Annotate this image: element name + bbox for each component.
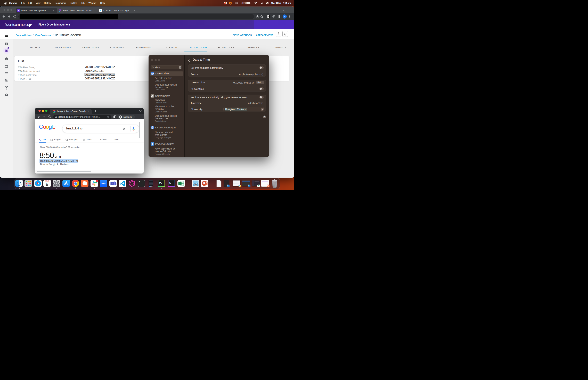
svg-text:P: P <box>203 182 205 185</box>
svg-text:T: T <box>112 182 113 185</box>
svg-text:PC: PC <box>159 182 162 184</box>
svg-text:IJ: IJ <box>169 182 171 184</box>
svg-text:zoom: zoom <box>101 182 106 184</box>
svg-text:9: 9 <box>46 182 48 187</box>
svg-text:X: X <box>179 182 181 185</box>
svg-text:>_: >_ <box>139 181 141 183</box>
